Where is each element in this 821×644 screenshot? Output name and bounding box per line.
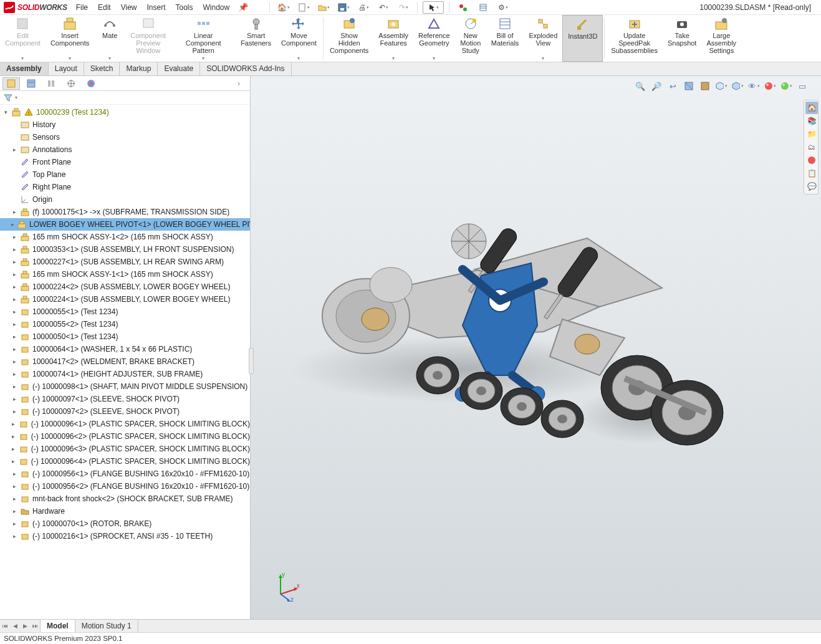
tree-item[interactable]: ▸165 mm SHOCK ASSY-1<2> (165 mm SHOCK AS… [0, 231, 250, 243]
smart-fasteners-button[interactable]: SmartFasteners [236, 15, 276, 62]
large-assembly-settings-button[interactable]: LargeAssemblySettings [701, 15, 741, 62]
home-button[interactable]: 🏠 [275, 1, 292, 14]
options-button[interactable] [474, 1, 492, 14]
new-button[interactable] [295, 1, 312, 14]
tree-item[interactable]: ▸10000224<2> (SUB ASSMEBLY, LOWER BOGEY … [0, 281, 250, 293]
tree-item[interactable]: ▸Hardware [0, 505, 250, 517]
tree-tab-property-manager[interactable] [22, 77, 40, 90]
tree-item[interactable]: ▸(f) 10000175<1> ->x (SUBFRAME, TRANSMIS… [0, 206, 250, 218]
hide-show-icon[interactable]: 👁 [747, 80, 760, 92]
tab-evaluate[interactable]: Evaluate [158, 62, 200, 75]
tree-item[interactable]: Right Plane [0, 181, 250, 193]
select-button[interactable] [423, 1, 444, 14]
tree-item[interactable]: ▸10000055<2> (Test 1234) [0, 318, 250, 330]
tree-item[interactable]: ▸(-) 10000096<2> (PLASTIC SPACER, SHOCK … [0, 430, 250, 443]
tree-item[interactable]: ▸165 mm SHOCK ASSY-1<1> (165 mm SHOCK AS… [0, 268, 250, 281]
move-component-button[interactable]: MoveComponent [276, 15, 322, 62]
tree-tab-configuration-manager[interactable] [42, 77, 60, 90]
task-view-palette-icon[interactable]: 🗂 [805, 141, 818, 153]
tree-tab-feature-manager[interactable] [2, 77, 20, 90]
splitter-handle[interactable] [249, 348, 254, 374]
tree-item[interactable]: ▸10000074<1> (HEIGHT ADJUSTER, SUB FRAME… [0, 368, 250, 380]
view-orientation-icon[interactable] [715, 80, 727, 92]
tree-item[interactable]: Top Plane [0, 168, 250, 181]
tree-item[interactable]: ▸10000224<1> (SUB ASSMEBLY, LOWER BOGEY … [0, 293, 250, 305]
tree-item[interactable]: ▸10000055<1> (Test 1234) [0, 305, 250, 318]
edit-appearance-icon[interactable] [764, 80, 776, 92]
tree-tab-display-manager[interactable] [82, 77, 100, 90]
tree-item[interactable]: ▸10000227<1> (SUB ASSEMBLY, LH REAR SWIN… [0, 256, 250, 268]
tree-item[interactable]: ▸Annotations [0, 143, 250, 156]
bottom-tab-model[interactable]: Model [41, 620, 75, 632]
section-view-icon[interactable] [683, 80, 695, 92]
menu-insert[interactable]: Insert [147, 3, 166, 12]
task-appearances-icon[interactable] [805, 154, 818, 166]
task-resources-icon[interactable]: 🏠 [805, 102, 818, 114]
pin-icon[interactable]: 📌 [238, 2, 248, 12]
open-button[interactable] [315, 1, 332, 14]
take-snapshot-button[interactable]: TakeSnapshot [663, 15, 701, 62]
tree-item[interactable]: ▸(-) 10000098<1> (SHAFT, MAIN PIVOT MIDD… [0, 380, 250, 393]
tree-item[interactable]: ▸(-) 10000956<1> (FLANGE BUSHING 16x20x1… [0, 468, 250, 480]
tree-item[interactable]: History [0, 118, 250, 131]
tree-tab-dimxpert[interactable] [62, 77, 80, 90]
graphics-viewport[interactable]: 🔍 🔎 ↩ 👁 ▭ 🏠 [251, 76, 821, 619]
tree-item[interactable]: ▸(-) 10000097<2> (SLEEVE, SHOCK PIVOT) [0, 405, 250, 418]
tree-item[interactable]: ▸10000050<1> (Test 1234) [0, 330, 250, 343]
tree-item[interactable]: Origin [0, 193, 250, 206]
menu-tools[interactable]: Tools [176, 3, 193, 12]
tree-item[interactable]: ▸10000417<2> (WELDMENT, BRAKE BRACKET) [0, 355, 250, 368]
tree-root[interactable]: ▾ ! 10000239 (Test 1234) [0, 106, 250, 118]
new-motion-study-button[interactable]: NewMotionStudy [455, 15, 486, 62]
tab-nav-prev-icon[interactable]: ◀ [10, 620, 20, 632]
bill-of-materials-button[interactable]: Bill ofMaterials [486, 15, 524, 62]
print-button[interactable]: 🖨 [355, 1, 372, 14]
tab-assembly[interactable]: Assembly [0, 62, 49, 75]
tree-item[interactable]: ▸(-) 10000956<2> (FLANGE BUSHING 16x20x1… [0, 480, 250, 493]
assembly-features-button[interactable]: AssemblyFeatures [373, 15, 413, 62]
view-settings-icon[interactable]: ▭ [796, 80, 809, 92]
task-design-library-icon[interactable]: 📚 [805, 115, 818, 127]
zoom-area-icon[interactable]: 🔎 [650, 80, 663, 92]
apply-scene-icon[interactable] [780, 80, 792, 92]
tab-markup[interactable]: Markup [120, 62, 158, 75]
tab-layout[interactable]: Layout [49, 62, 84, 75]
insert-components-button[interactable]: InsertComponents [46, 15, 94, 62]
tree-item[interactable]: ▸(-) 10000097<1> (SLEEVE, SHOCK PIVOT) [0, 393, 250, 405]
tree-item[interactable]: ▸(-) 10000216<1> (SPROCKET, ANSI #35 - 1… [0, 530, 250, 542]
save-button[interactable] [335, 1, 352, 14]
feature-tree[interactable]: ▾ ! 10000239 (Test 1234) HistorySensors▸… [0, 105, 250, 619]
exploded-view-button[interactable]: ExplodedView [524, 15, 562, 62]
reference-geometry-button[interactable]: ReferenceGeometry [413, 15, 455, 62]
task-file-explorer-icon[interactable]: 📁 [805, 128, 818, 140]
previous-view-icon[interactable]: ↩ [666, 80, 679, 92]
undo-button[interactable]: ↶ [375, 1, 392, 14]
instant3d-button[interactable]: Instant3D [562, 15, 603, 62]
tree-item[interactable]: ▸(-) 10000096<4> (PLASTIC SPACER, SHOCK … [0, 455, 250, 468]
tree-item[interactable]: ▸LOWER BOGEY WHEEL PIVOT<1> (LOWER BOGEY… [0, 218, 250, 231]
task-forum-icon[interactable]: 💬 [805, 180, 818, 193]
tab-solidworks-add-ins[interactable]: SOLIDWORKS Add-Ins [200, 62, 291, 75]
tab-nav-next-icon[interactable]: ▶ [20, 620, 30, 632]
settings-button[interactable]: ⚙ [494, 1, 512, 14]
menu-file[interactable]: File [76, 3, 88, 12]
menu-view[interactable]: View [121, 3, 137, 12]
bottom-tab-motion-study-1[interactable]: Motion Study 1 [75, 620, 138, 632]
update-speedpak-button[interactable]: UpdateSpeedPakSubassemblies [606, 15, 663, 62]
zoom-fit-icon[interactable]: 🔍 [634, 80, 646, 92]
tab-sketch[interactable]: Sketch [84, 62, 120, 75]
menu-edit[interactable]: Edit [98, 3, 111, 12]
mate-button[interactable]: Mate [94, 15, 125, 62]
tree-item[interactable]: ▸mnt-back front shock<2> (SHOCK BRACKET,… [0, 493, 250, 505]
dynamic-annotation-icon[interactable] [699, 80, 711, 92]
redo-button[interactable]: ↷ [395, 1, 412, 14]
tab-nav-last-icon[interactable]: ⏭ [30, 620, 40, 632]
tree-item[interactable]: Sensors [0, 131, 250, 143]
tree-item[interactable]: ▸10000064<1> (WASHER, 1 x 54 x 66 PLASTI… [0, 343, 250, 355]
task-custom-properties-icon[interactable]: 📋 [805, 167, 818, 180]
linear-component-pattern-button[interactable]: Linear ComponentPattern [171, 15, 236, 62]
tree-item[interactable]: Front Plane [0, 156, 250, 168]
tab-nav-first-icon[interactable]: ⏮ [0, 620, 10, 632]
show-hidden-components-button[interactable]: ShowHiddenComponents [325, 15, 373, 62]
menu-window[interactable]: Window [203, 3, 230, 12]
